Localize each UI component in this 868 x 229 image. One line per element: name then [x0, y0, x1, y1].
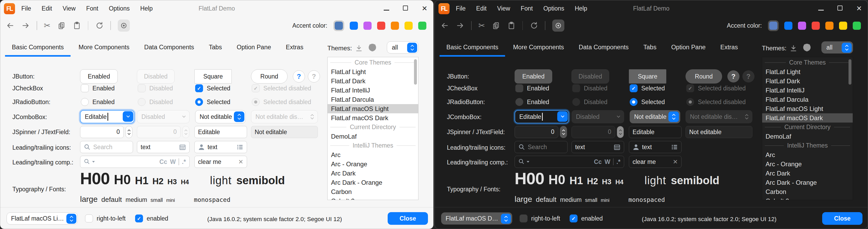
accent-swatch-default[interactable]	[335, 22, 343, 30]
list-item[interactable]: DemoLaf	[328, 132, 418, 141]
not-editable-combobox[interactable]: Not editable	[630, 110, 680, 123]
list-item[interactable]: FlatLaf IntelliJ	[762, 86, 853, 95]
close-window-button[interactable]: ✕	[856, 5, 862, 12]
checkbox-enabled[interactable]	[516, 84, 523, 92]
tab-tabs[interactable]: Tabs	[202, 39, 229, 57]
list-item[interactable]: FlatLaf macOS Light	[762, 104, 853, 113]
accent-swatch-green[interactable]	[853, 22, 861, 30]
paste-button[interactable]	[507, 21, 516, 30]
combobox-stepper-button[interactable]	[669, 112, 679, 122]
show-hidden-toggle-button[interactable]	[118, 20, 130, 32]
list-item[interactable]: FlatLaf Dark	[762, 77, 853, 86]
menu-font[interactable]: Font	[86, 5, 98, 12]
forward-button[interactable]	[21, 21, 30, 30]
combobox-stepper-button[interactable]	[66, 214, 76, 224]
spinner-buttons[interactable]	[560, 126, 567, 138]
cut-button[interactable]: ✂	[44, 22, 51, 30]
list-item[interactable]: FlatLaf Darcula	[762, 95, 853, 104]
close-button[interactable]: Close	[822, 212, 863, 225]
list-item[interactable]: DemoLaf	[762, 132, 853, 141]
editable-textfield[interactable]: Editable	[194, 126, 247, 138]
menu-help[interactable]: Help	[140, 5, 153, 12]
scrollbar-thumb[interactable]	[848, 59, 851, 85]
menu-help[interactable]: Help	[575, 5, 587, 12]
date-input[interactable]: text	[571, 141, 624, 153]
accent-swatch-red[interactable]	[377, 22, 385, 30]
help-button[interactable]: ?	[293, 70, 305, 83]
editable-combobox[interactable]: Editable	[80, 110, 134, 123]
menu-view[interactable]: View	[497, 5, 510, 12]
themes-list[interactable]: Core Themes FlatLaf Light FlatLaf Dark F…	[327, 57, 418, 200]
back-button[interactable]	[6, 21, 14, 30]
menu-file[interactable]: File	[456, 5, 466, 12]
list-item[interactable]: Arc Dark - Orange	[328, 178, 418, 187]
editable-textfield[interactable]: Editable	[629, 126, 682, 138]
download-icon[interactable]	[355, 45, 363, 54]
search-with-options-input[interactable]: Cc W .*	[80, 156, 190, 168]
list-item-selected[interactable]: FlatLaf macOS Light	[328, 104, 418, 113]
minimize-button[interactable]	[818, 5, 824, 12]
regex-button[interactable]: .*	[182, 159, 186, 166]
tab-extras[interactable]: Extras	[278, 39, 311, 57]
close-window-button[interactable]: ✕	[422, 5, 427, 12]
accent-swatch-purple[interactable]	[364, 22, 372, 30]
list-item[interactable]: FlatLaf Darcula	[328, 95, 418, 104]
clearable-input[interactable]: clear me ✕	[194, 156, 247, 168]
round-button[interactable]: Round	[685, 69, 722, 84]
menu-options[interactable]: Options	[109, 5, 130, 12]
list-item[interactable]: FlatLaf Light	[328, 67, 418, 77]
tab-option-pane[interactable]: Option Pane	[664, 39, 713, 57]
right-to-left-checkbox[interactable]	[85, 214, 93, 222]
close-button[interactable]: Close	[388, 212, 428, 225]
cut-button[interactable]: ✂	[478, 22, 485, 30]
radio-enabled[interactable]	[81, 98, 89, 106]
tab-basic-components[interactable]: Basic Components	[4, 39, 71, 57]
refresh-button[interactable]	[95, 21, 103, 30]
checkbox-enabled[interactable]	[81, 84, 89, 92]
github-icon[interactable]	[368, 43, 377, 54]
accent-swatch-yellow[interactable]	[839, 22, 847, 30]
list-item[interactable]: Cobalt 2	[762, 196, 853, 200]
list-item[interactable]: Arc	[328, 150, 418, 160]
combobox-arrow-button[interactable]	[557, 111, 568, 122]
menu-view[interactable]: View	[63, 5, 75, 12]
list-item[interactable]: Arc Dark	[328, 169, 418, 178]
accent-swatch-green[interactable]	[418, 22, 426, 30]
accent-swatch-purple[interactable]	[798, 22, 806, 30]
maximize-button[interactable]	[837, 5, 842, 12]
list-item[interactable]: Arc Dark	[762, 169, 853, 178]
combobox-arrow-button[interactable]	[123, 111, 133, 122]
whole-word-button[interactable]: W	[170, 159, 176, 166]
clearable-input[interactable]: clear me ✕	[629, 156, 682, 168]
combobox-stepper-button[interactable]	[234, 112, 244, 122]
square-button[interactable]: Square	[194, 69, 232, 84]
list-item[interactable]: FlatLaf Light	[762, 67, 853, 77]
match-case-button[interactable]: Cc	[594, 159, 601, 166]
show-hidden-toggle-button[interactable]	[552, 20, 564, 32]
search-input[interactable]: Search	[515, 141, 567, 153]
accent-swatch-orange[interactable]	[391, 22, 399, 30]
accent-swatch-yellow[interactable]	[404, 22, 413, 30]
accent-swatch-orange[interactable]	[825, 22, 834, 30]
enabled-checkbox[interactable]: ✓	[135, 214, 143, 222]
accent-swatch-blue[interactable]	[784, 22, 793, 30]
menu-options[interactable]: Options	[543, 5, 564, 12]
radio-enabled[interactable]	[516, 98, 523, 106]
accent-swatch-red[interactable]	[812, 22, 820, 30]
user-input[interactable]: text	[194, 141, 247, 153]
laf-combobox[interactable]: FlatLaf macOS Li…	[7, 212, 78, 225]
calendar-icon[interactable]	[179, 144, 186, 150]
clear-icon[interactable]: ✕	[673, 159, 678, 166]
whole-word-button[interactable]: W	[604, 159, 611, 166]
date-input[interactable]: text	[137, 141, 190, 153]
list-item[interactable]: Arc Dark - Orange	[762, 178, 853, 187]
match-case-button[interactable]: Cc	[159, 159, 167, 166]
list-item-selected[interactable]: FlatLaf macOS Dark	[762, 113, 853, 122]
themes-list[interactable]: Core Themes FlatLaf Light FlatLaf Dark F…	[762, 57, 853, 200]
checkbox-selected[interactable]: ✓	[630, 84, 638, 92]
clear-icon[interactable]: ✕	[238, 159, 243, 166]
refresh-button[interactable]	[530, 21, 538, 30]
menu-edit[interactable]: Edit	[41, 5, 52, 12]
list-item[interactable]: Carbon	[328, 187, 418, 196]
search-input[interactable]: Search	[80, 141, 133, 153]
